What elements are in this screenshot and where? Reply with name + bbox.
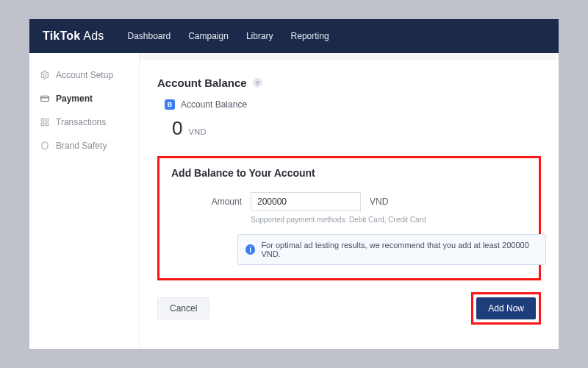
balance-currency: VND — [188, 127, 206, 136]
add-now-highlight: Add Now — [471, 292, 541, 325]
svg-point-0 — [43, 74, 46, 77]
sidebar-item-transactions[interactable]: Transactions — [29, 110, 139, 134]
cancel-button[interactable]: Cancel — [157, 297, 209, 319]
amount-unit: VND — [370, 197, 388, 207]
main-body: Account Setup Payment Transactions Brand… — [29, 53, 559, 349]
balance-label: Account Balance — [181, 99, 247, 110]
gear-icon — [40, 70, 50, 80]
svg-rect-2 — [41, 118, 44, 121]
nav-reporting[interactable]: Reporting — [291, 31, 329, 41]
topnav-links: Dashboard Campaign Library Reporting — [127, 31, 329, 41]
svg-rect-5 — [46, 123, 48, 126]
svg-rect-1 — [41, 96, 49, 102]
card-icon — [40, 93, 50, 104]
section-title: Account Balance — [157, 77, 247, 89]
nav-library[interactable]: Library — [246, 31, 273, 41]
brand-logo: TikTok Ads — [43, 29, 104, 43]
add-balance-panel: Add Balance to Your Account Amount VND S… — [157, 156, 541, 280]
brand-name: TikTok — [43, 29, 80, 43]
amount-row: Amount VND — [199, 192, 527, 211]
balance-value-row: 0 VND — [157, 117, 541, 140]
section-title-row: Account Balance ? — [157, 77, 541, 89]
sidebar: Account Setup Payment Transactions Brand… — [29, 53, 140, 349]
amount-input[interactable] — [251, 192, 361, 211]
app-window: TikTok Ads Dashboard Campaign Library Re… — [29, 19, 559, 349]
balance-label-row: B Account Balance — [157, 99, 541, 110]
info-icon: i — [245, 244, 255, 255]
sidebar-item-brand-safety[interactable]: Brand Safety — [29, 134, 139, 158]
nav-dashboard[interactable]: Dashboard — [127, 31, 171, 41]
brand-suffix: Ads — [83, 29, 104, 43]
svg-rect-3 — [46, 118, 48, 121]
nav-campaign[interactable]: Campaign — [188, 31, 229, 41]
grid-icon — [40, 117, 50, 127]
balance-amount: 0 — [172, 117, 182, 140]
supported-methods-text: Supported payment methods: Debit Card, C… — [251, 216, 527, 224]
sidebar-item-payment[interactable]: Payment — [29, 87, 139, 110]
shield-icon — [40, 141, 50, 151]
amount-label: Amount — [199, 197, 242, 207]
balance-badge-icon: B — [165, 99, 175, 110]
add-balance-title: Add Balance to Your Account — [171, 167, 527, 179]
footer-actions: Cancel Add Now — [157, 292, 541, 325]
svg-rect-4 — [41, 123, 44, 126]
sidebar-item-account-setup[interactable]: Account Setup — [29, 63, 139, 87]
help-icon[interactable]: ? — [253, 78, 262, 88]
content-pane: Account Balance ? B Account Balance 0 VN… — [140, 60, 559, 349]
sidebar-item-label: Account Setup — [56, 70, 113, 80]
sidebar-item-label: Transactions — [56, 117, 106, 127]
info-banner: i For optimal ad testing results, we rec… — [237, 234, 546, 265]
top-nav: TikTok Ads Dashboard Campaign Library Re… — [29, 19, 559, 53]
cancel-button-label: Cancel — [170, 303, 197, 314]
sidebar-item-label: Brand Safety — [56, 141, 107, 151]
info-text: For optimal ad testing results, we recom… — [261, 241, 538, 258]
sidebar-item-label: Payment — [56, 93, 93, 104]
add-now-button-label: Add Now — [488, 303, 524, 314]
add-now-button[interactable]: Add Now — [476, 297, 536, 319]
